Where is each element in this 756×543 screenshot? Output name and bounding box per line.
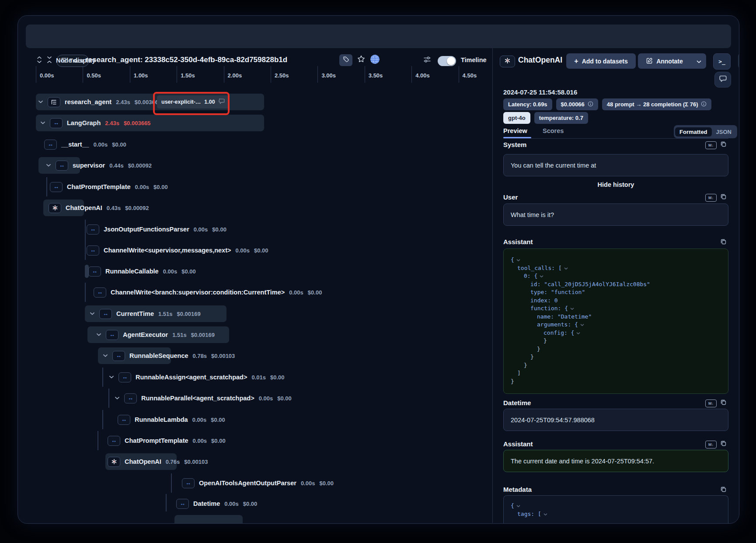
delete-trace-button[interactable] bbox=[738, 53, 739, 69]
copy-button[interactable] bbox=[719, 193, 727, 201]
tree-row[interactable]: ↔RunnableLambda0.00s$0.00 bbox=[118, 412, 225, 427]
code-text: } bbox=[511, 378, 514, 386]
markdown-icon[interactable]: M↓ bbox=[705, 194, 717, 202]
timeline-tick-label: 1.50s bbox=[181, 72, 195, 79]
node-cost: $0.00 bbox=[153, 184, 168, 190]
tree-row[interactable]: ↔CurrentTime1.51s$0.00169 bbox=[89, 306, 201, 321]
annotate-button[interactable]: Annotate bbox=[638, 53, 692, 69]
copy-button[interactable] bbox=[719, 399, 727, 407]
tree-row[interactable]: ↔Datetime0.00s$0.00 bbox=[176, 496, 257, 511]
tree-row[interactable]: ↔OpenAIToolsAgentOutputParser0.00s$0.00 bbox=[182, 476, 334, 490]
tree-row[interactable]: ↔RunnableParallel<agent_scratchpad>0.00s… bbox=[114, 391, 292, 406]
copy-button[interactable] bbox=[719, 440, 727, 448]
tree-row[interactable]: ↔JsonOutputFunctionsParser0.00s$0.00 bbox=[87, 222, 226, 237]
add-to-datasets-button[interactable]: + Add to datasets bbox=[566, 53, 636, 69]
collapse-rows-button[interactable] bbox=[45, 56, 53, 64]
tree-row[interactable]: ↔AgentExecutor1.51s$0.00169 bbox=[96, 327, 215, 342]
timeline-tick-label: 2.00s bbox=[228, 72, 242, 79]
tag-icon bbox=[343, 56, 349, 64]
tree-row[interactable]: ↔RunnableSequence0.78s$0.00103 bbox=[102, 348, 235, 363]
tokens-badge[interactable]: 48 prompt → 28 completion (Σ 76) bbox=[602, 98, 712, 110]
tab-preview[interactable]: Preview bbox=[503, 127, 527, 134]
chat-bubble-icon bbox=[719, 75, 727, 84]
section-label-datetime: Datetime bbox=[503, 399, 531, 406]
code-line: { bbox=[511, 502, 728, 510]
tree-row[interactable]: ↔RunnableCallable0.00s$0.00 bbox=[88, 264, 196, 279]
hide-history-button[interactable]: Hide history bbox=[503, 181, 728, 188]
timeline-tick bbox=[459, 66, 459, 83]
chevron-down-icon[interactable] bbox=[45, 164, 51, 167]
tab-scores[interactable]: Scores bbox=[543, 127, 564, 134]
node-label: ChannelWrite<branch:supervisor:condition… bbox=[111, 289, 285, 296]
cost-badge[interactable]: $0.00066 bbox=[556, 98, 598, 110]
collapse-chevron-icon[interactable] bbox=[564, 264, 568, 273]
tag-button[interactable] bbox=[339, 54, 352, 66]
chevron-down-icon[interactable] bbox=[38, 100, 43, 104]
chevron-down-icon[interactable] bbox=[102, 354, 108, 357]
chevron-down-icon[interactable] bbox=[96, 333, 101, 336]
node-label: ChatOpenAI bbox=[66, 204, 102, 211]
chevron-down-icon[interactable] bbox=[108, 375, 114, 379]
timeline-toggle[interactable] bbox=[438, 56, 456, 66]
tree-row[interactable]: ↔ChatPromptTemplate0.00s$0.00 bbox=[50, 179, 168, 194]
chevron-down-icon[interactable] bbox=[114, 396, 120, 400]
tree-row[interactable]: ↔supervisor0.44s$0.00092 bbox=[45, 158, 152, 173]
tree-row[interactable]: ↔RunnableAssign<agent_scratchpad>0.01s$0… bbox=[108, 370, 285, 385]
avatar-globe[interactable] bbox=[369, 55, 380, 65]
collapse-chevron-icon[interactable] bbox=[540, 272, 543, 280]
copy-button[interactable] bbox=[719, 238, 727, 246]
markdown-icon[interactable]: M↓ bbox=[705, 441, 717, 448]
open-in-playground-button[interactable]: >_ bbox=[713, 53, 731, 70]
comment-button[interactable] bbox=[714, 72, 731, 88]
section-label-assistant-final: Assistant bbox=[503, 440, 533, 448]
tree-row[interactable]: ↔ChatPromptTemplate0.00s$0.00 bbox=[108, 433, 226, 448]
toggle-knob bbox=[447, 57, 455, 65]
tree-row[interactable]: research_agent2.43s$0.003665 bbox=[38, 95, 161, 109]
node-label: JsonOutputFunctionsParser bbox=[104, 226, 189, 233]
tree-row[interactable]: ChatOpenAI0.43s$0.00092 bbox=[49, 200, 149, 215]
annotate-dropdown-button[interactable] bbox=[691, 53, 706, 69]
globe-icon bbox=[370, 54, 380, 66]
format-toggle-json[interactable]: JSON bbox=[712, 127, 736, 137]
copy-button[interactable] bbox=[719, 141, 727, 149]
latency-badge: Latency: 0.69s bbox=[503, 98, 552, 110]
copy-button[interactable] bbox=[719, 486, 727, 494]
code-text: tool_calls: [ bbox=[517, 264, 562, 273]
tree-row[interactable]: ChatOpenAI0.76s$0.00103 bbox=[108, 454, 208, 469]
datetime-tool-output-box: 2024-07-25T09:54:57.988068 bbox=[503, 409, 728, 431]
collapse-chevron-icon[interactable] bbox=[516, 502, 520, 510]
feedback-score-badge[interactable]: user-explicit-…1.00 bbox=[157, 95, 229, 109]
tool-call-json: {tool_calls: [0: {id: "call_20jDSJ5jA4ol… bbox=[504, 249, 728, 385]
runnable-icon: ↔ bbox=[99, 309, 112, 319]
collapse-chevron-icon[interactable] bbox=[570, 305, 574, 313]
timeline-tick bbox=[365, 66, 365, 83]
runnable-icon: ↔ bbox=[182, 478, 195, 488]
markdown-icon[interactable]: M↓ bbox=[705, 399, 717, 407]
code-line: { bbox=[511, 256, 728, 264]
section-label-system: System bbox=[503, 141, 526, 148]
trace-title: research_agent: 23338c52-350d-4efb-89ca-… bbox=[85, 56, 287, 64]
format-toggle-formatted[interactable]: Formatted bbox=[675, 127, 712, 137]
collapse-chevron-icon[interactable] bbox=[580, 321, 584, 329]
collapse-chevron-icon[interactable] bbox=[543, 510, 547, 518]
node-cost: $0.00 bbox=[277, 395, 292, 402]
tree-row[interactable]: ↔LangGraph2.43s$0.003665 bbox=[40, 116, 150, 130]
star-button[interactable] bbox=[355, 54, 367, 66]
collapse-chevron-icon[interactable] bbox=[576, 329, 580, 337]
chevron-down-icon[interactable] bbox=[89, 312, 95, 315]
tree-row[interactable]: ↔__start__0.00s$0.00 bbox=[44, 137, 126, 152]
tree-row[interactable]: ↔ChannelWrite<branch:supervisor:conditio… bbox=[94, 285, 322, 300]
runnable-icon: ↔ bbox=[118, 415, 130, 425]
node-duration: 0.00s bbox=[135, 184, 150, 190]
node-label: supervisor bbox=[73, 162, 105, 169]
tree-row[interactable]: ↔ChannelWrite<supervisor,messages,next>0… bbox=[87, 243, 268, 258]
markdown-icon[interactable]: M↓ bbox=[705, 141, 717, 149]
code-text: ] bbox=[517, 369, 521, 378]
node-duration: 0.00s bbox=[289, 289, 303, 296]
collapse-chevron-icon[interactable] bbox=[516, 256, 520, 264]
model-badge: gpt-4o bbox=[503, 112, 530, 124]
timeline-tick-label: 4.50s bbox=[463, 72, 477, 79]
display-settings-button[interactable] bbox=[423, 56, 432, 65]
chevron-down-icon[interactable] bbox=[40, 121, 45, 125]
expand-rows-button[interactable] bbox=[35, 56, 43, 64]
